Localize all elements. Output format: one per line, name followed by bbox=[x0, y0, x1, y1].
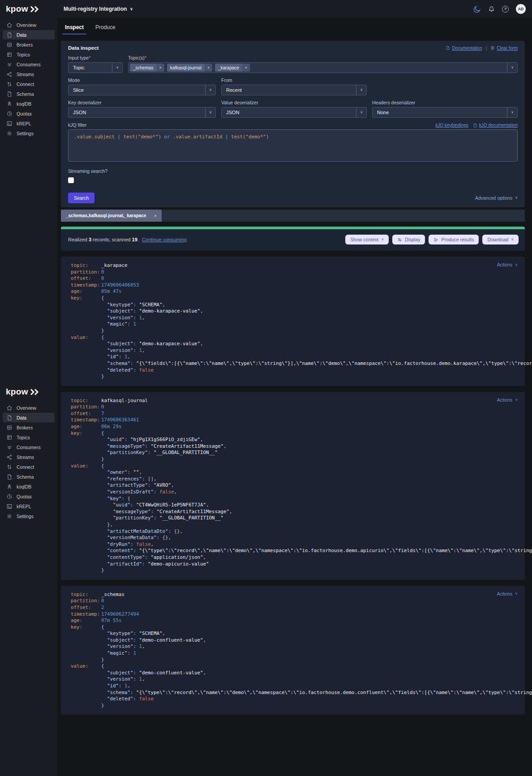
sidebar-item-schema[interactable]: Schema bbox=[3, 472, 55, 481]
record-line: offset:0 bbox=[71, 275, 516, 282]
remove-topic-icon[interactable] bbox=[242, 64, 250, 72]
record-line: "versionMetaData": {}, bbox=[71, 535, 516, 541]
kjq-keybindings-link[interactable]: kJQ keybindings bbox=[435, 123, 468, 128]
remove-topic-icon[interactable] bbox=[205, 64, 212, 72]
search-button[interactable]: Search bbox=[68, 193, 94, 203]
sidebar-item-label: ksqlDB bbox=[17, 101, 31, 107]
record-line: offset:7 bbox=[71, 411, 516, 417]
theme-moon-icon[interactable] bbox=[473, 5, 481, 13]
chevron-down-icon bbox=[116, 66, 119, 69]
settings-icon bbox=[6, 130, 13, 137]
sidebar-item-ksqldb[interactable]: ksqlDB bbox=[3, 99, 55, 108]
sidebar-item-data[interactable]: Data bbox=[3, 413, 55, 422]
display-button[interactable]: Display bbox=[392, 235, 425, 244]
data-inspect-panel: Data inspect Documentation | Clear form bbox=[61, 41, 525, 207]
record-actions-menu[interactable]: Actions bbox=[497, 397, 518, 403]
sidebar-item-connect[interactable]: Connect bbox=[3, 79, 55, 89]
search-selection-row: _schemas,kafkasql-journal,_karapace bbox=[61, 210, 525, 222]
tab-inspect[interactable]: Inspect bbox=[65, 24, 84, 34]
sidebar-item-streams[interactable]: Streams bbox=[3, 69, 55, 79]
kjq-filter-input[interactable]: .value.subject | test("demo*") or .value… bbox=[68, 129, 518, 162]
display-sliders-icon bbox=[397, 237, 402, 242]
record-line: "versionIsDraft": false, bbox=[71, 489, 516, 496]
streaming-search-label: Streaming search? bbox=[68, 168, 518, 174]
sidebar-item-consumers[interactable]: Consumers bbox=[3, 442, 55, 452]
from-select[interactable]: Recent bbox=[221, 85, 367, 95]
record-actions-menu[interactable]: Actions bbox=[497, 591, 518, 596]
sidebar-item-settings[interactable]: Settings bbox=[3, 129, 55, 138]
kpow-logo[interactable]: kpow bbox=[0, 383, 57, 401]
topics-multiselect[interactable]: _schemaskafkasql-journal_karapace bbox=[128, 62, 518, 73]
record-line: key:{ bbox=[71, 624, 516, 631]
record-line: } bbox=[71, 657, 516, 664]
documentation-link[interactable]: Documentation bbox=[446, 46, 482, 51]
sidebar-item-consumers[interactable]: Consumers bbox=[3, 60, 55, 69]
sidebar-item-overview[interactable]: Overview bbox=[3, 403, 55, 412]
chevron-down-icon bbox=[130, 7, 133, 11]
sidebar-item-schema[interactable]: Schema bbox=[3, 89, 55, 99]
streaming-search-checkbox[interactable] bbox=[68, 177, 74, 183]
panel-title: Data inspect bbox=[68, 45, 99, 51]
produce-results-button[interactable]: Produce results bbox=[429, 235, 479, 244]
sidebar-item-label: kREPL bbox=[17, 121, 31, 126]
search-selection-tag[interactable]: _schemas,kafkasql-journal,_karapace bbox=[61, 210, 162, 222]
data-file-icon bbox=[6, 414, 13, 421]
sidebar-item-streams[interactable]: Streams bbox=[3, 452, 55, 462]
record-line: "key": { bbox=[71, 496, 516, 502]
mode-select[interactable]: Slice bbox=[68, 85, 216, 95]
kpow-logo[interactable]: kpow bbox=[0, 0, 57, 18]
kpow-logo-text: kpow bbox=[6, 4, 28, 14]
user-avatar[interactable]: AD bbox=[516, 4, 526, 14]
record-line: "version": 1, bbox=[71, 643, 516, 650]
record-line: } bbox=[71, 567, 516, 574]
sidebar-block-bottom: kpow OverviewDataBrokersTopicsConsumersS… bbox=[0, 383, 57, 521]
sidebar-item-label: Consumers bbox=[17, 62, 41, 67]
sidebar-item-label: Streams bbox=[17, 72, 34, 77]
help-icon[interactable] bbox=[502, 6, 509, 13]
sidebar-item-settings[interactable]: Settings bbox=[3, 511, 55, 521]
record-line: timestamp:1749606277494 bbox=[71, 611, 516, 618]
remove-topic-icon[interactable] bbox=[157, 64, 164, 72]
sidebar-item-overview[interactable]: Overview bbox=[3, 20, 55, 30]
continue-consuming-link[interactable]: Continue consuming bbox=[142, 237, 187, 242]
record-line: "subject": "demo-karapace-value", bbox=[71, 308, 516, 315]
input-type-select[interactable]: Topic bbox=[68, 62, 123, 73]
tab-bar: Inspect Produce bbox=[61, 18, 525, 34]
key-deserializer-select[interactable]: JSON bbox=[68, 107, 216, 118]
sidebar-item-brokers[interactable]: Brokers bbox=[3, 40, 55, 49]
kjq-documentation-link[interactable]: kJQ documentation bbox=[473, 123, 518, 128]
record-line: "references": [], bbox=[71, 476, 516, 483]
close-icon[interactable] bbox=[154, 214, 157, 218]
sidebar-item-quotas[interactable]: Quotas bbox=[3, 109, 55, 118]
record-line: } bbox=[71, 703, 516, 709]
top-bar: Multi-registry Integration AD bbox=[57, 0, 532, 18]
clear-form-link[interactable]: Clear form bbox=[490, 46, 518, 51]
notifications-bell-icon[interactable] bbox=[488, 6, 495, 13]
sidebar-item-quotas[interactable]: Quotas bbox=[3, 492, 55, 501]
sidebar-item-data[interactable]: Data bbox=[3, 30, 55, 39]
sidebar-item-topics[interactable]: Topics bbox=[3, 50, 55, 59]
sidebar-item-krepl[interactable]: kREPL bbox=[3, 502, 55, 511]
sidebar-item-connect[interactable]: Connect bbox=[3, 462, 55, 472]
chevron-down-icon bbox=[515, 263, 518, 267]
environment-selector[interactable]: Multi-registry Integration bbox=[64, 6, 133, 12]
tab-produce[interactable]: Produce bbox=[95, 24, 116, 34]
sidebar-item-label: Overview bbox=[17, 405, 36, 411]
streams-icon bbox=[6, 71, 13, 77]
sidebar-item-ksqldb[interactable]: ksqlDB bbox=[3, 482, 55, 491]
advanced-options-toggle[interactable]: Advanced options bbox=[475, 195, 518, 201]
value-deserializer-select[interactable]: JSON bbox=[221, 107, 367, 118]
download-button[interactable]: Download bbox=[482, 235, 519, 244]
sidebar-item-krepl[interactable]: kREPL bbox=[3, 119, 55, 128]
record-actions-menu[interactable]: Actions bbox=[497, 262, 518, 267]
headers-deserializer-select[interactable]: None bbox=[372, 107, 518, 118]
sidebar-item-topics[interactable]: Topics bbox=[3, 433, 55, 442]
sidebar-item-label: Schema bbox=[17, 91, 34, 97]
sidebar-item-label: Settings bbox=[17, 514, 34, 519]
record-line: timestamp:1749606363461 bbox=[71, 417, 516, 424]
topics-label: Topic(s)* bbox=[128, 55, 518, 60]
sidebar-item-label: Schema bbox=[17, 474, 34, 480]
sidebar-item-label: Overview bbox=[17, 22, 36, 28]
sidebar-item-brokers[interactable]: Brokers bbox=[3, 423, 55, 432]
show-context-button[interactable]: Show context bbox=[345, 235, 389, 244]
